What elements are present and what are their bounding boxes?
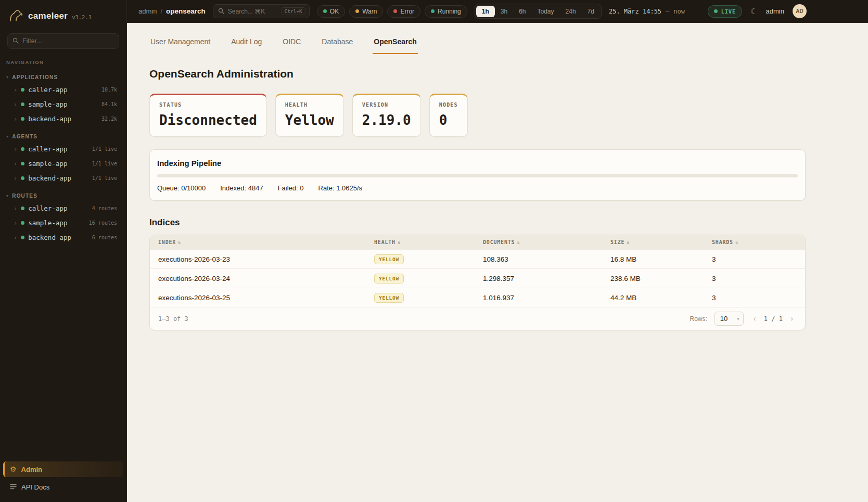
stat-value: 0: [439, 112, 458, 128]
sidebar-item-app-sample[interactable]: › sample-app 84.1k: [3, 97, 123, 111]
column-header-documents[interactable]: DOCUMENTS ⇅: [475, 239, 602, 245]
table-footer: 1–3 of 3 Rows: 10 ▾ ‹ 1 / 1 ›: [150, 307, 805, 330]
time-range-1h[interactable]: 1h: [476, 6, 495, 17]
date-to: now: [673, 8, 685, 15]
search-icon: [218, 7, 224, 16]
app-logo[interactable]: cameleer v3.2.1: [0, 0, 126, 29]
cell-shards: 3: [704, 294, 805, 302]
column-header-shards[interactable]: SHARDS ⇅: [704, 239, 805, 245]
time-range-6h[interactable]: 6h: [513, 6, 531, 17]
next-page-button[interactable]: ›: [788, 314, 796, 324]
main-area: admin / opensearch Search... ⌘K Ctrl+K O…: [127, 0, 868, 502]
cell-size: 238.6 MB: [602, 275, 704, 282]
cell-health: YELLOW: [366, 293, 475, 303]
section-header-applications[interactable]: ▾ APPLICATIONS: [0, 72, 126, 82]
indices-title: Indices: [149, 217, 806, 228]
chevron-right-icon: ›: [14, 160, 17, 168]
column-label: INDEX: [158, 239, 176, 245]
column-header-index[interactable]: INDEX ⇅: [150, 239, 366, 245]
search-placeholder: Search... ⌘K: [228, 8, 278, 15]
sidebar-item-route-sample[interactable]: › sample-app 16 routes: [3, 216, 123, 230]
time-range-24h[interactable]: 24h: [560, 6, 582, 17]
chevron-right-icon: ›: [14, 115, 17, 123]
time-range-3h[interactable]: 3h: [495, 6, 513, 17]
previous-page-button[interactable]: ‹: [751, 314, 759, 324]
sidebar-item-app-caller[interactable]: › caller-app 10.7k: [3, 83, 123, 97]
item-badge: 1/1 live: [92, 161, 117, 166]
indices-table: INDEX ⇅ HEALTH ⇅ DOCUMENTS ⇅ SIZE ⇅ SHAR…: [149, 235, 806, 330]
filter-pill-running[interactable]: Running: [425, 5, 467, 18]
cell-health: YELLOW: [366, 274, 475, 284]
date-range-display[interactable]: 25. März 14:55 — now: [609, 8, 685, 15]
sidebar-item-api-docs[interactable]: API Docs: [3, 479, 123, 495]
item-badge: 4 routes: [92, 205, 117, 211]
filter-pill-error[interactable]: Error: [387, 5, 420, 18]
sidebar-filter-box[interactable]: [7, 33, 119, 49]
cell-index: executions-2026-03-25: [150, 294, 366, 302]
status-dot: [21, 207, 24, 210]
live-toggle[interactable]: LIVE: [708, 5, 743, 18]
tab-oidc[interactable]: OIDC: [282, 33, 302, 54]
current-user: admin: [766, 7, 784, 15]
tab-database[interactable]: Database: [321, 33, 354, 54]
sidebar-item-route-backend[interactable]: › backend-app 6 routes: [3, 230, 123, 244]
topbar-right: LIVE ☾ admin AD: [708, 4, 868, 18]
sidebar-item-app-backend[interactable]: › backend-app 32.2k: [3, 112, 123, 126]
time-range-7d[interactable]: 7d: [582, 6, 600, 17]
sort-icon: ⇅: [178, 240, 181, 245]
breadcrumb-parent[interactable]: admin: [138, 7, 157, 15]
tab-user-management[interactable]: User Management: [149, 33, 211, 54]
chevron-right-icon: ›: [14, 86, 17, 94]
item-label: sample-app: [28, 100, 67, 108]
section-agents: ▾ AGENTS › caller-app 1/1 live › sample-…: [0, 132, 126, 186]
pagination-controls: Rows: 10 ▾ ‹ 1 / 1 ›: [690, 312, 796, 326]
global-search-input[interactable]: Search... ⌘K Ctrl+K: [213, 4, 310, 18]
pipeline-title: Indexing Pipeline: [157, 159, 798, 168]
sidebar-item-admin[interactable]: ⚙ Admin: [3, 461, 123, 477]
ok-status-dot: [323, 9, 327, 13]
cell-documents: 108.363: [475, 255, 602, 263]
filter-label: OK: [330, 8, 339, 15]
cell-shards: 3: [704, 275, 805, 282]
search-icon: [12, 36, 19, 46]
dark-mode-toggle-icon[interactable]: ☾: [750, 7, 757, 16]
column-label: HEALTH: [374, 239, 395, 245]
date-from: 25. März 14:55: [609, 8, 661, 15]
table-row: executions-2026-03-24 YELLOW 1.298.357 2…: [150, 268, 805, 288]
filter-pill-ok[interactable]: OK: [317, 5, 345, 18]
sidebar-item-route-caller[interactable]: › caller-app 4 routes: [3, 201, 123, 215]
column-header-size[interactable]: SIZE ⇅: [602, 239, 704, 245]
filter-pill-warn[interactable]: Warn: [349, 5, 383, 18]
page-indicator: 1 / 1: [764, 315, 783, 323]
sort-icon: ⇅: [735, 240, 738, 245]
camel-logo-icon: [8, 8, 24, 24]
filter-input[interactable]: [22, 37, 114, 45]
tab-audit-log[interactable]: Audit Log: [230, 33, 263, 54]
rows-per-page-select[interactable]: 10 ▾: [714, 312, 744, 326]
page-title: OpenSearch Administration: [149, 68, 806, 80]
section-header-routes[interactable]: ▾ ROUTES: [0, 191, 126, 201]
item-label: caller-app: [28, 204, 67, 212]
section-label: AGENTS: [12, 134, 37, 139]
app-name: cameleer: [28, 11, 68, 21]
item-badge: 1/1 live: [92, 175, 117, 181]
chevron-right-icon: ›: [14, 234, 17, 241]
time-range-today[interactable]: Today: [532, 6, 560, 17]
pipeline-rate: Rate: 1.0625/s: [318, 184, 363, 192]
column-header-health[interactable]: HEALTH ⇅: [366, 239, 475, 245]
sidebar-item-agent-sample[interactable]: › sample-app 1/1 live: [3, 157, 123, 171]
stat-value: 2.19.0: [362, 112, 411, 128]
section-applications: ▾ APPLICATIONS › caller-app 10.7k › samp…: [0, 72, 126, 126]
sidebar-item-agent-caller[interactable]: › caller-app 1/1 live: [3, 142, 123, 156]
status-filters: OK Warn Error Running: [317, 5, 467, 18]
health-badge: YELLOW: [374, 274, 404, 284]
tab-opensearch[interactable]: OpenSearch: [373, 33, 417, 54]
section-header-agents[interactable]: ▾ AGENTS: [0, 132, 126, 141]
chevron-right-icon: ›: [14, 175, 17, 182]
pipeline-failed: Failed: 0: [278, 184, 304, 192]
chevron-right-icon: ›: [14, 146, 17, 153]
item-label: sample-app: [28, 219, 67, 227]
user-avatar[interactable]: AD: [793, 4, 807, 18]
sidebar-item-agent-backend[interactable]: › backend-app 1/1 live: [3, 171, 123, 185]
stat-card-nodes: NODES 0: [429, 94, 468, 137]
